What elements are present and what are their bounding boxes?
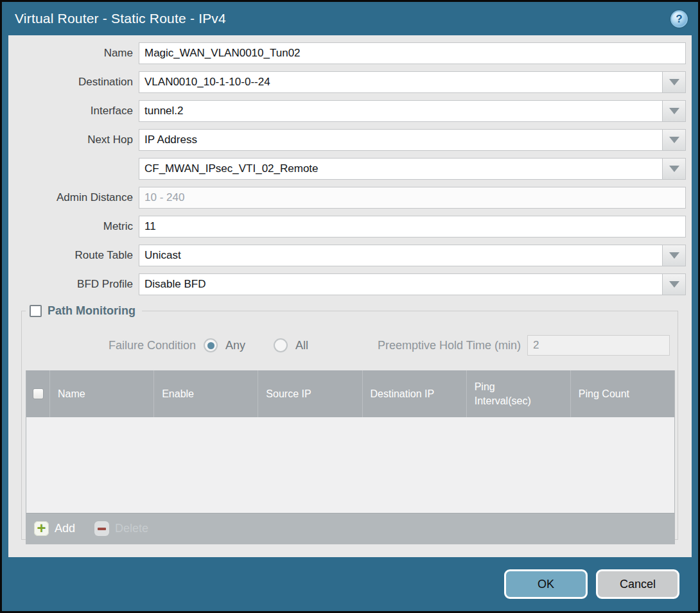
table-header-enable: Enable [153, 370, 258, 417]
destination-select[interactable]: VLAN0010_10-1-10-0--24 [139, 71, 686, 93]
path-monitoring-title: Path Monitoring [48, 304, 136, 318]
static-route-dialog: Virtual Router - Static Route - IPv4 ? N… [0, 0, 700, 613]
admin-distance-field[interactable] [139, 187, 686, 209]
delete-button-label: Delete [115, 522, 148, 535]
plus-icon: + [34, 521, 49, 536]
name-label: Name [8, 47, 139, 60]
ok-button[interactable]: OK [504, 569, 588, 599]
minus-icon [94, 521, 109, 536]
admin-distance-input[interactable] [139, 187, 685, 208]
titlebar: Virtual Router - Static Route - IPv4 ? [2, 2, 698, 35]
dialog-title: Virtual Router - Static Route - IPv4 [15, 11, 226, 26]
nexthop-label: Next Hop [8, 134, 139, 146]
destination-value: VLAN0010_10-1-10-0--24 [139, 72, 662, 92]
route-table-value: Unicast [139, 245, 662, 266]
interface-label: Interface [8, 105, 139, 117]
chevron-down-icon [669, 252, 679, 259]
nexthop-type-value: IP Address [139, 130, 662, 150]
delete-button[interactable]: Delete [94, 521, 148, 536]
interface-dropdown-button[interactable] [662, 101, 685, 121]
name-input[interactable] [139, 43, 685, 64]
path-monitoring-section: Path Monitoring Failure Condition Any Al… [21, 304, 678, 540]
chevron-down-icon [669, 137, 679, 143]
chevron-down-icon [669, 166, 679, 172]
dialog-content: Name Destination VLAN0010_10-1-10-0--24 … [8, 35, 692, 557]
admin-distance-label: Admin Distance [8, 191, 139, 204]
destination-label: Destination [8, 76, 139, 89]
dialog-footer: OK Cancel [2, 557, 698, 611]
table-header-row: Name Enable Source IP Destination IP Pin… [26, 370, 674, 417]
form-row-metric: Metric [8, 216, 686, 237]
add-button-label: Add [55, 522, 75, 535]
table-toolbar: + Add Delete [26, 513, 674, 544]
form-row-interface: Interface tunnel.2 [8, 100, 686, 122]
radio-any[interactable] [204, 338, 218, 352]
table-header-ping-interval: Ping Interval(sec) [466, 370, 570, 417]
radio-any-label: Any [225, 339, 245, 352]
chevron-down-icon [669, 108, 679, 114]
path-monitoring-table: Name Enable Source IP Destination IP Pin… [26, 370, 675, 544]
form-row-name: Name [8, 42, 686, 64]
table-header-destination-ip: Destination IP [362, 370, 466, 417]
form-row-admin-distance: Admin Distance [8, 187, 686, 209]
failure-condition-option-all: All [274, 338, 308, 352]
radio-all-label: All [295, 339, 308, 352]
nexthop-type-select[interactable]: IP Address [139, 129, 686, 151]
route-table-dropdown-button[interactable] [662, 245, 685, 266]
radio-selected-dot [207, 342, 214, 349]
form-row-destination: Destination VLAN0010_10-1-10-0--24 [8, 71, 686, 93]
metric-label: Metric [8, 220, 139, 233]
destination-dropdown-button[interactable] [662, 72, 685, 92]
preemptive-hold-time: Preemptive Hold Time (min) [378, 335, 670, 356]
failure-condition-row: Failure Condition Any All Preemptive Hol… [22, 334, 670, 356]
table-header-ping-count: Ping Count [570, 370, 674, 417]
form-row-nexthop-type: Next Hop IP Address [8, 129, 686, 151]
form-row-bfd-profile: BFD Profile Disable BFD [8, 273, 686, 295]
metric-input[interactable] [139, 216, 685, 237]
route-table-label: Route Table [8, 249, 139, 262]
failure-condition-option-any: Any [204, 338, 245, 352]
table-header-name: Name [49, 370, 153, 417]
bfd-profile-select[interactable]: Disable BFD [139, 273, 686, 295]
name-field[interactable] [139, 42, 686, 64]
chevron-down-icon [669, 79, 679, 85]
path-monitoring-legend: Path Monitoring [26, 304, 142, 318]
preemptive-hold-time-input[interactable] [527, 335, 670, 356]
preemptive-hold-time-label: Preemptive Hold Time (min) [378, 339, 527, 352]
radio-all[interactable] [274, 338, 288, 352]
nexthop-type-dropdown-button[interactable] [662, 130, 685, 150]
failure-condition-label: Failure Condition [22, 339, 204, 352]
help-icon[interactable]: ? [670, 10, 688, 28]
form-row-nexthop-value: CF_MWAN_IPsec_VTI_02_Remote [8, 158, 686, 180]
nexthop-value-text: CF_MWAN_IPsec_VTI_02_Remote [139, 159, 662, 179]
nexthop-value-select[interactable]: CF_MWAN_IPsec_VTI_02_Remote [139, 158, 686, 180]
bfd-profile-dropdown-button[interactable] [662, 274, 685, 295]
form-row-route-table: Route Table Unicast [8, 245, 686, 266]
table-header-source-ip: Source IP [258, 370, 362, 417]
metric-field[interactable] [139, 216, 686, 237]
table-header-checkbox-cell [26, 370, 49, 417]
nexthop-value-dropdown-button[interactable] [662, 159, 685, 179]
chevron-down-icon [669, 281, 679, 288]
failure-condition-options: Any All [204, 338, 308, 352]
table-body-empty[interactable] [26, 417, 674, 513]
add-button[interactable]: + Add [34, 521, 75, 536]
bfd-profile-value: Disable BFD [139, 274, 662, 295]
interface-select[interactable]: tunnel.2 [139, 100, 686, 122]
interface-value: tunnel.2 [139, 101, 662, 121]
select-all-checkbox[interactable] [33, 388, 44, 399]
cancel-button[interactable]: Cancel [596, 569, 679, 599]
path-monitoring-checkbox[interactable] [30, 305, 42, 317]
route-table-select[interactable]: Unicast [139, 245, 686, 266]
bfd-profile-label: BFD Profile [8, 278, 139, 291]
